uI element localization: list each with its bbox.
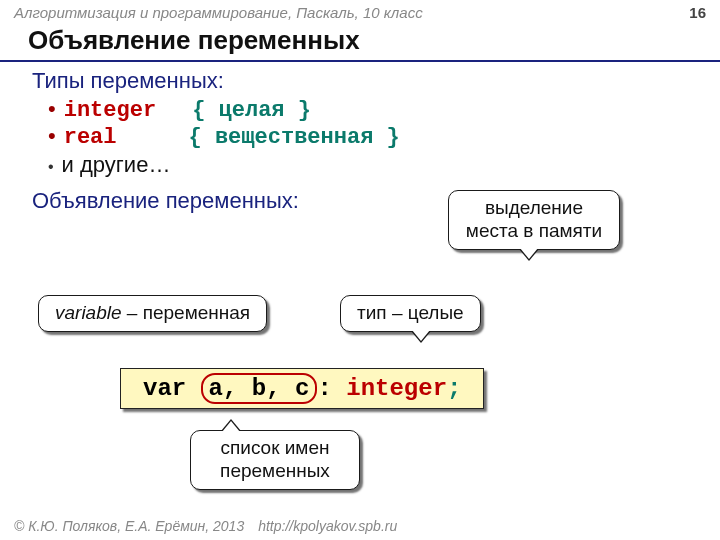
type-item-other: • и другие… <box>48 152 690 178</box>
callout-variable-italic: variable <box>55 302 122 323</box>
slide-header: Алгоритмизация и программирование, Паска… <box>0 0 720 23</box>
slide-footer: © К.Ю. Поляков, Е.А. Ерёмин, 2013 http:/… <box>0 514 720 540</box>
callout-id-list-text: список имен переменных <box>220 437 330 481</box>
type-item-real: • real { вещественная } <box>48 125 690 150</box>
comment-real: { вещественная } <box>189 125 400 150</box>
bullet-icon: • <box>48 98 56 120</box>
footer-url: http://kpolyakov.spb.ru <box>258 518 397 534</box>
callout-type-text: тип – целые <box>357 302 464 323</box>
types-other-text: и другие… <box>62 152 171 178</box>
callout-variable-rest: – переменная <box>122 302 251 323</box>
comment-integer: { целая } <box>192 98 311 123</box>
course-label: Алгоритмизация и программирование, Паска… <box>14 4 423 21</box>
bullet-icon: • <box>48 159 54 175</box>
callout-memory-text: выделение места в памяти <box>466 197 602 241</box>
bullet-icon: • <box>48 125 56 147</box>
copyright-text: © К.Ю. Поляков, Е.А. Ерёмин, 2013 <box>14 518 244 534</box>
code-semicolon: ; <box>447 375 461 402</box>
keyword-integer: integer <box>64 98 156 123</box>
keyword-real: real <box>64 125 117 150</box>
page-number: 16 <box>689 4 706 21</box>
callout-variable: variable – переменная <box>38 295 267 332</box>
slide-title: Объявление переменных <box>0 23 720 62</box>
callout-id-list: список имен переменных <box>190 430 360 490</box>
callout-type: тип – целые <box>340 295 481 332</box>
code-type: integer <box>346 375 447 402</box>
type-item-integer: • integer { целая } <box>48 98 690 123</box>
code-identifiers: a, b, c <box>201 373 318 404</box>
code-var: var <box>143 375 201 402</box>
callout-memory: выделение места в памяти <box>448 190 620 250</box>
code-box: var a, b, c: integer; <box>120 368 484 409</box>
types-heading: Типы переменных: <box>32 68 690 94</box>
types-list: • integer { целая } • real { вещественна… <box>48 98 690 178</box>
code-colon: : <box>317 375 346 402</box>
